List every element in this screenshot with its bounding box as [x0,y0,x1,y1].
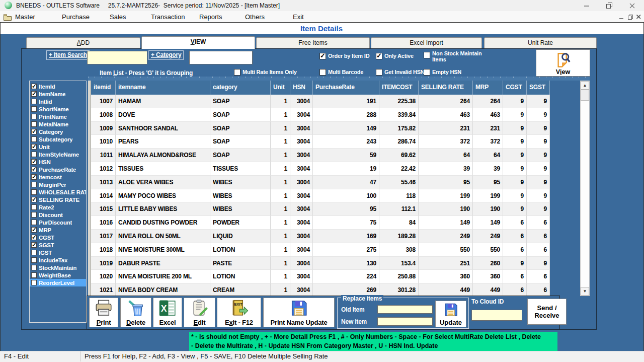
column-toggle-selling-rate[interactable]: SELLING RATE [30,196,86,203]
column-toggle-reorderlevel[interactable]: ReorderLevel [30,279,86,286]
mdi-close-icon[interactable] [635,14,642,20]
table-row-1016[interactable]: 1016CANDID DUSTING POWDERPOWDER130047584… [91,216,550,230]
edit-button[interactable]: Edit [184,298,215,327]
column-toggle-checkbox[interactable] [31,114,37,119]
col-header-itemname[interactable]: itemname [116,81,210,95]
column-toggle-stockmaintain[interactable]: StockMaintain [30,264,86,271]
non-stock-checkbox-box[interactable] [424,52,430,58]
table-row-1015[interactable]: 1015LITTLE BABY WIBESWIBES1300495112.119… [91,202,550,216]
column-toggle-marginper[interactable]: MarginPer [30,181,86,188]
non-stock-checkbox[interactable]: Non Stock Maintain Items [424,50,489,62]
column-toggle-cgst[interactable]: CGST [30,234,86,241]
table-row-1020[interactable]: 1020NIVEA MOISTUIRE 200 MLLOTION13004224… [91,270,550,283]
table-row-1019[interactable]: 1019DABUR PASTEPASTE13004130153.42512609… [91,257,550,270]
column-toggle-purchaserate[interactable]: PurchaseRate [30,166,86,173]
column-toggle-checkbox[interactable] [31,106,37,112]
multi-rate-checkbox-box[interactable] [234,69,240,76]
tab-view[interactable]: VIEW [141,36,255,49]
exit-button[interactable]: EXIT Exit - F12 [217,298,261,327]
category-label[interactable]: + Category [148,50,184,60]
column-toggle-checkbox[interactable] [31,159,37,165]
tab-excel-import[interactable]: Excel Import [371,37,482,48]
col-header-selling-rate[interactable]: SELLING RATE [419,81,473,95]
col-header-cgst[interactable]: CGST [503,81,527,95]
table-row-1007[interactable]: 1007HAMAMSOAP13004191225.3826426499 [91,95,550,108]
order-by-item-id-checkbox-box[interactable] [319,53,326,59]
table-row-1012[interactable]: 1012TISSUESTISSUES130041922.42393999 [91,162,550,176]
tab-add[interactable]: ADD [26,37,140,48]
column-toggle-hsn[interactable]: HSN [30,158,86,166]
col-header-mrp[interactable]: MRP [473,81,503,95]
column-toggle-subcategory[interactable]: Subcategory [30,135,86,143]
send-receive-button[interactable]: Send / Receive [527,299,567,325]
scroll-up-icon[interactable]: ▲ [581,81,589,90]
column-toggle-itemname[interactable]: ItemName [30,90,86,98]
table-row-1009[interactable]: 1009SANTHOOR SANDALSOAP13004149175.82231… [91,122,550,135]
col-header-hsn[interactable]: HSN [290,81,313,95]
scroll-down-icon[interactable]: ▼ [581,287,589,296]
col-header-unit[interactable]: Unit [271,81,290,95]
only-active-checkbox-box[interactable] [376,53,382,59]
column-toggle-shortname[interactable]: ShortName [30,105,86,113]
menu-transaction[interactable]: Transaction [151,13,185,21]
column-toggle-checkbox[interactable] [31,84,37,89]
col-header-purchaserate[interactable]: PurchaseRate [313,81,379,95]
column-toggle-checkbox[interactable] [31,189,37,195]
column-toggle-checkbox[interactable] [31,250,37,255]
column-toggle-checkbox[interactable] [31,197,37,202]
delete-button[interactable]: Delete [120,298,151,327]
menu-reports[interactable]: Reports [199,13,222,21]
table-row-1017[interactable]: 1017NIVEA ROLL ON 50MLLIQUID13004169189.… [91,230,550,243]
column-toggle-weightbase[interactable]: WeightBase [30,271,86,279]
multi-rate-checkbox[interactable]: Multi Rate Items Only [234,69,297,76]
column-toggle-metalname[interactable]: MetalName [30,120,86,128]
excel-button[interactable]: X Excel [153,298,182,327]
column-toggle-wholesale-rate[interactable]: WHOLESALE RATE [30,188,86,196]
order-by-item-id-checkbox[interactable]: Order by Item ID [319,53,369,59]
column-toggle-itemid[interactable]: ItemId [30,83,86,90]
minimize-icon[interactable] [576,0,597,11]
menu-purchase[interactable]: Purchase [62,13,90,21]
restore-icon[interactable] [599,0,620,11]
get-invalid-hsn-checkbox[interactable]: Get Invalid HSN [376,69,425,76]
column-toggle-checkbox[interactable] [31,182,37,187]
column-toggle-checkbox[interactable] [31,227,37,233]
column-toggle-sgst[interactable]: SGST [30,241,86,249]
column-toggle-intlid[interactable]: Intlid [30,98,86,105]
column-toggle-checkbox[interactable] [31,167,37,172]
column-toggle-checkbox[interactable] [31,235,37,240]
column-toggle-itemcost[interactable]: itemcost [30,173,86,181]
column-toggle-checkbox[interactable] [31,272,37,278]
column-toggle-checkbox[interactable] [31,136,37,142]
column-toggle-checkbox[interactable] [31,152,37,157]
column-toggle-igst[interactable]: IGST [30,249,86,256]
col-header-sgst[interactable]: SGST [527,81,550,95]
column-toggle-checkbox[interactable] [31,220,37,225]
only-active-checkbox[interactable]: Only Active [376,53,414,59]
column-toggle-checkbox[interactable] [31,204,37,210]
close-icon[interactable] [621,0,642,11]
mdi-restore-icon[interactable] [626,14,634,20]
item-search-input[interactable] [87,51,147,64]
old-item-input[interactable] [377,305,433,314]
column-toggle-checkbox[interactable] [31,265,37,270]
multi-barcode-checkbox[interactable]: Multi Barcode [319,69,363,76]
table-row-1010[interactable]: 1010PEARSSOAP13004243286.7437237299 [91,135,550,149]
table-row-1013[interactable]: 1013ALOE VERA WIBESWIBES130044755.469595… [91,176,550,189]
to-cloud-id-input[interactable] [471,310,522,321]
table-row-1018[interactable]: 1018NIVE MOISTURE 300MLLOTION13004275308… [91,243,550,257]
menu-master[interactable]: Master [15,13,35,21]
column-toggle-checkbox[interactable] [31,242,37,248]
table-row-1021[interactable]: 1021NIVEA BODY CREAMCREAM13004269301.284… [91,283,550,297]
column-toggle-checkbox[interactable] [31,91,37,97]
tab-unit-rate[interactable]: Unit Rate [484,37,597,48]
table-row-1008[interactable]: 1008DOVESOAP13004288339.8446346399 [91,108,550,122]
empty-hsn-checkbox[interactable]: Empty HSN [424,69,461,76]
column-toggle-checkbox[interactable] [31,257,37,263]
column-toggle-itemstylename[interactable]: ItemStyleName [30,151,86,158]
update-button[interactable]: Update [435,301,466,327]
column-toggle-purdiscount[interactable]: PurDiscount [30,219,86,226]
column-toggle-checkbox[interactable] [31,121,37,127]
empty-hsn-checkbox-box[interactable] [424,69,430,76]
column-toggle-discount[interactable]: Discount [30,211,86,219]
